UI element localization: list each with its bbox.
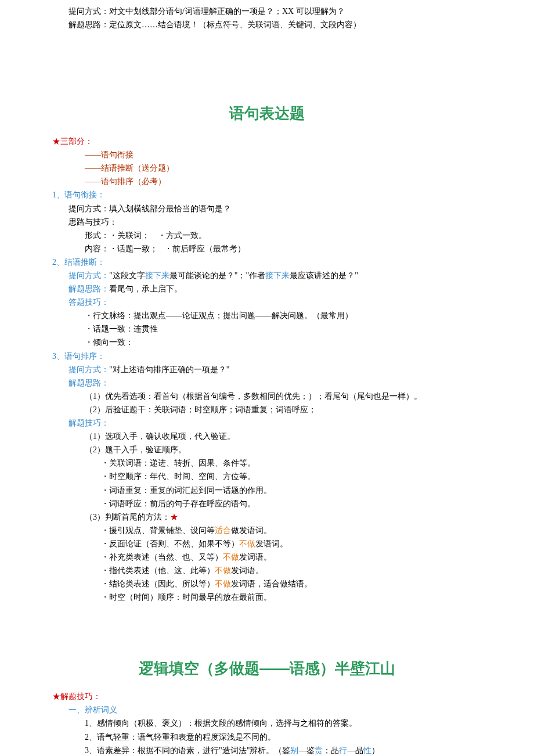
s1-h2a: 提问方式："这段文字接下来最可能谈论的是？"；"作者接下来最应该讲述的是？" — [68, 269, 482, 282]
s1-h3c3c: ・补充类表述（当然、也、又等）不做发词语。 — [101, 550, 482, 564]
s2-h1c: 3、语素差异：根据不同的语素，进行"造词法"辨析。（鉴别—鉴赏；品行—品性） — [85, 744, 482, 756]
s1-h3c2a: ・关联词语：递进、转折、因果、条件等。 — [101, 456, 482, 470]
s1-h1d: 内容：・话题一致； ・前后呼应（最常考） — [85, 242, 482, 255]
top-line1: 提问方式：对文中划线部分语句/词语理解正确的一项是？；XX 可以理解为？ — [68, 5, 482, 18]
s1-h2c2: ・话题一致：连贯性 — [85, 322, 482, 336]
s1-h3c3: （3）判断首尾的方法：★ — [85, 510, 482, 524]
s2-h1: 一、辨析词义 — [68, 703, 482, 717]
s1-h3c2b: ・时空顺序：年代、时间、空间、方位等。 — [101, 470, 482, 483]
section2-title: 逻辑填空（多做题——语感）半壁江山 — [52, 656, 482, 681]
s1-h3c3b: ・反面论证（否则、不然、如果不等）不做发语词。 — [101, 537, 482, 550]
top-line2: 解题思路：定位原文……结合语境！（标点符号、关联词语、关键词、文段内容） — [68, 18, 482, 31]
s1-h3c1: （1）选项入手，确认收尾项，代入验证。 — [85, 430, 482, 443]
s1-h1: 1、语句衔接： — [52, 188, 482, 201]
s1-h3c2: （2）题干入手，验证顺序。 — [85, 443, 482, 456]
s1-h3c3e: ・结论类表述（因此、所以等）不做发词语，适合做结语。 — [101, 577, 482, 591]
s1-h3c2c: ・词语重复：重复的词汇起到同一话题的作用。 — [101, 484, 482, 497]
section1-title: 语句表达题 — [52, 101, 482, 126]
s1-h3c2d: ・词语呼应：前后的句子存在呼应的语句。 — [101, 497, 482, 510]
s1-h2c1: ・行文脉络：提出观点——论证观点；提出问题——解决问题。（最常用） — [85, 309, 482, 322]
s1-star: ★三部分： — [52, 135, 482, 148]
s1-h3b2: （2）后验证题干：关联词语；时空顺序；词语重复；词语呼应； — [85, 403, 482, 416]
s1-h2b: 解题思路：看尾句，承上启下。 — [68, 282, 482, 296]
s2-h1a: 1、感情倾向（积极、褒义）：根据文段的感情倾向，选择与之相符的答案。 — [85, 717, 482, 730]
s1-h3c3f: ・时空（时间）顺序：时间最早的放在最前面。 — [101, 591, 482, 604]
s1-h1c: 形式：・关联词； ・方式一致。 — [85, 229, 482, 242]
s1-h3: 3、语句排序： — [52, 350, 482, 363]
s1-h2c3: ・倾向一致： — [85, 336, 482, 349]
s1-h1b: 思路与技巧： — [68, 215, 482, 229]
s1-h3a: 提问方式："对上述语句排序正确的一项是？" — [68, 363, 482, 376]
s1-p2: ——结语推断（送分题） — [85, 161, 482, 175]
s1-h3c3a: ・援引观点、背景铺垫、设问等适合做发语词。 — [101, 524, 482, 537]
s1-h3c-label: 解题技巧： — [68, 416, 482, 430]
s1-h2c-label: 答题技巧： — [68, 296, 482, 309]
s1-h3b-label: 解题思路： — [68, 376, 482, 390]
s1-h3b1: （1）优先看选项：看首句（根据首句编号，多数相同的优先；）；看尾句（尾句也是一样… — [85, 390, 482, 403]
s1-p3: ——语句排序（必考） — [85, 175, 482, 188]
star-icon: ★ — [170, 513, 178, 521]
s2-h1b: 2、语气轻重：语气轻重和表意的程度深浅是不同的。 — [85, 730, 482, 744]
s1-h2: 2、结语推断： — [52, 255, 482, 269]
s1-h1a: 提问方式：填入划横线部分最恰当的语句是？ — [68, 202, 482, 215]
s2-star: ★解题技巧： — [52, 690, 482, 703]
s1-h3c3d: ・指代类表述（他、这、此等）不做发词语。 — [101, 564, 482, 577]
s1-p1: ——语句衔接 — [85, 148, 482, 161]
